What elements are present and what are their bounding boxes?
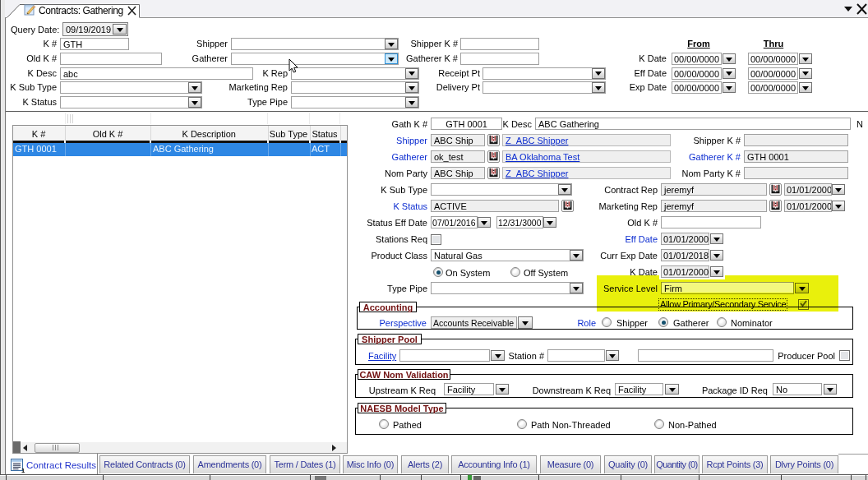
- svg-text:1: 1: [21, 467, 25, 473]
